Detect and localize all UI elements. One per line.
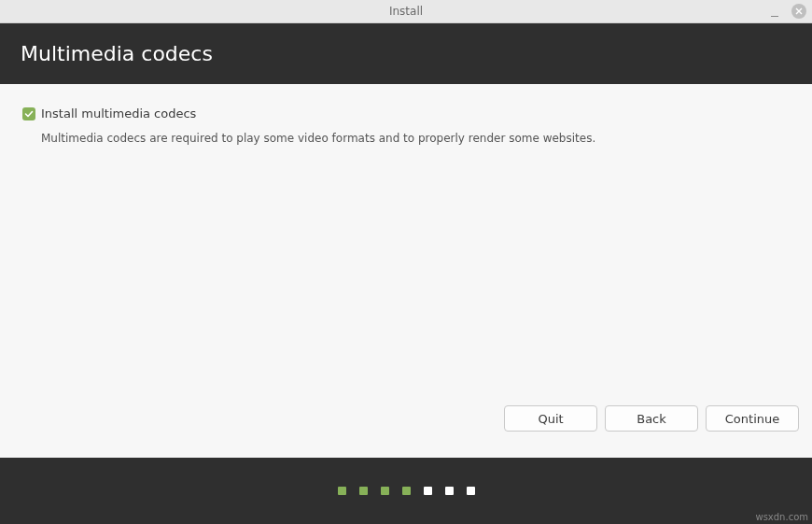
watermark: wsxdn.com	[755, 512, 808, 522]
page-title: Multimedia codecs	[21, 42, 213, 65]
progress-step-5	[424, 487, 432, 495]
progress-footer	[0, 458, 812, 524]
progress-step-4	[402, 487, 411, 495]
progress-step-3	[381, 487, 389, 495]
codec-option-row: Install multimedia codecs	[22, 106, 790, 120]
window-controls	[769, 4, 806, 19]
close-button[interactable]	[791, 4, 806, 19]
action-buttons: Quit Back Continue	[0, 405, 812, 458]
continue-button[interactable]: Continue	[706, 405, 799, 432]
page-header: Multimedia codecs	[0, 23, 812, 84]
codec-description: Multimedia codecs are required to play s…	[41, 132, 790, 145]
back-button[interactable]: Back	[605, 405, 698, 432]
install-codecs-label: Install multimedia codecs	[41, 106, 196, 120]
content-area: Install multimedia codecs Multimedia cod…	[0, 84, 812, 405]
progress-step-6	[445, 487, 454, 495]
titlebar: Install	[0, 0, 812, 23]
minimize-button[interactable]	[769, 6, 780, 17]
window-title: Install	[389, 5, 423, 18]
close-icon	[795, 7, 803, 15]
progress-step-1	[338, 487, 346, 495]
progress-step-2	[359, 487, 368, 495]
quit-button[interactable]: Quit	[504, 405, 597, 432]
progress-step-7	[467, 487, 475, 495]
check-icon	[24, 109, 34, 119]
install-codecs-checkbox[interactable]	[22, 107, 35, 120]
